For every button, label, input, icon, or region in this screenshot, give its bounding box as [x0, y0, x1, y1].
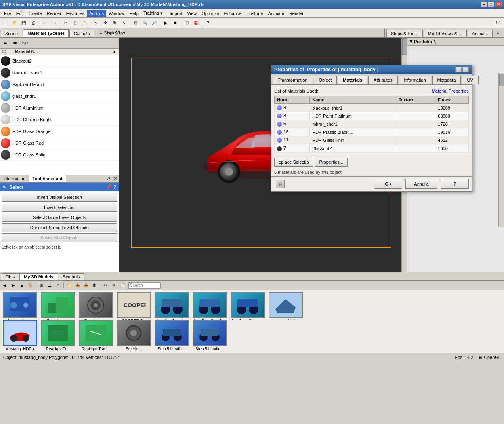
tb-cut[interactable]: ✂ [61, 19, 70, 27]
tab-view-btn[interactable]: View [116, 28, 125, 37]
menu-window[interactable]: Window [106, 10, 127, 17]
file-item[interactable]: COOPER COOPER P... [116, 292, 152, 320]
select-pin[interactable]: 📌 [106, 184, 112, 190]
tb-scale[interactable]: ⤡ [120, 19, 128, 27]
file-item[interactable]: Landing_Gear_... [229, 292, 266, 320]
maximize-button[interactable]: □ [488, 2, 494, 7]
tab-tool-assistant[interactable]: Tool Assistant [29, 175, 66, 182]
file-item[interactable]: Step 5 Landin... [191, 320, 228, 351]
menu-training[interactable]: Training ▾ [141, 10, 165, 17]
portfolio-collapse[interactable]: ▾ [410, 39, 412, 44]
bt-delete[interactable]: 🗑 [90, 282, 99, 289]
tab-display-btn[interactable]: Display [106, 28, 115, 37]
tb-save[interactable]: 💾 [19, 19, 28, 27]
invert-selection-button[interactable]: Invert Selection [2, 203, 117, 212]
tb-rotate[interactable]: ↻ [110, 19, 119, 27]
minimize-button[interactable]: − [481, 2, 487, 7]
tb-select[interactable]: ↖ [92, 19, 101, 27]
tab-symbols[interactable]: Symbols [59, 273, 84, 280]
deselect-same-level-button[interactable]: Deselect Same Level Objects [2, 223, 117, 232]
file-item[interactable]: Mustang_HDR.r [2, 320, 38, 351]
list-item[interactable]: HDR Glass Red [0, 137, 119, 149]
menu-animate[interactable]: Animate [266, 10, 287, 17]
table-row[interactable]: 11 HDR Glass Thin 4512 [275, 136, 469, 144]
table-row[interactable]: 16 HDR Plastic Black ... 19816 [275, 128, 469, 136]
dialog-tab-transformation[interactable]: Transformation [273, 76, 313, 84]
tb-help[interactable]: ? [204, 19, 212, 27]
file-item[interactable]: Landing_Gear2... [191, 292, 228, 320]
tb-undo[interactable]: ↩ [40, 19, 49, 27]
tb-grid[interactable]: ⊞ [183, 19, 191, 27]
tab-files[interactable]: Files [1, 273, 19, 280]
dialog-tab-metadata[interactable]: Metadata [432, 76, 461, 84]
bt-cut[interactable]: ✂ [101, 282, 109, 289]
file-item[interactable]: Bevel gear... [78, 292, 114, 320]
tab-information[interactable]: Information [0, 175, 29, 182]
bt-new-folder[interactable]: 📁 [65, 282, 73, 289]
dialog-help-btn[interactable]: ? [455, 67, 462, 72]
table-row[interactable]: 7 Blackout2 1600 [275, 144, 469, 152]
right-tab-close[interactable]: ✕ [494, 28, 502, 37]
dialog-close-btn[interactable]: ✕ [462, 67, 469, 72]
tab-model-views[interactable]: Model Views & ... [424, 30, 467, 37]
mat-btn-2[interactable]: ⇄ [10, 38, 19, 47]
list-item[interactable]: blackout_shdr1 [0, 67, 119, 79]
tb-print[interactable]: 🖨 [29, 19, 38, 27]
table-row[interactable]: 5 mirror_shdr1 1728 [275, 120, 469, 128]
bt-paste[interactable]: 📋 [118, 282, 126, 289]
tab-anima[interactable]: Anima... [468, 30, 493, 37]
bt-back[interactable]: ◀ [1, 282, 9, 289]
ok-button[interactable]: OK [374, 179, 402, 189]
list-item[interactable]: HDR Chrome Bright [0, 114, 119, 126]
tb-snap[interactable]: 🧲 [192, 19, 201, 27]
tb-zoom-fit[interactable]: ⊞ [131, 19, 140, 27]
bt-details[interactable]: ≡ [54, 282, 62, 289]
tab-scene[interactable]: Scene [1, 30, 22, 37]
menu-enhance[interactable]: Enhance [222, 10, 244, 17]
tab-my-3d-models[interactable]: My 3D Models [19, 273, 58, 280]
bt-up[interactable]: ▲ [18, 282, 26, 289]
replace-selection-button[interactable]: eplace Selectio [274, 158, 313, 167]
menu-import[interactable]: Import [167, 10, 185, 17]
menu-create[interactable]: Create [26, 10, 44, 17]
dialog-tab-object[interactable]: Object [314, 76, 337, 84]
tab-callouts[interactable]: Callouts [69, 30, 94, 37]
close-button[interactable]: ✕ [495, 2, 502, 7]
tb-paste[interactable]: 📋 [80, 19, 89, 27]
scrollbar-materials[interactable] [498, 73, 504, 227]
menu-help[interactable]: Help [127, 10, 141, 17]
properties-button[interactable]: Properties... [315, 158, 348, 167]
tb-open[interactable]: 📂 [10, 19, 19, 27]
bt-small-icons[interactable]: ☰ [46, 282, 54, 289]
select-same-level-button[interactable]: Select Same Level Objects [2, 213, 117, 222]
tab-steps-pro[interactable]: Steps & Pro... [386, 30, 423, 37]
tb-anim[interactable]: ⏺ [171, 19, 180, 27]
dialog-tab-attributes[interactable]: Attributes [368, 76, 397, 84]
menu-optimize[interactable]: Optimize [199, 10, 221, 17]
file-item[interactable]: Step 5 Landin... [153, 320, 190, 351]
menu-illustrate[interactable]: Illustrate [244, 10, 266, 17]
annulla-button[interactable]: Annulla [405, 179, 437, 189]
help-button[interactable]: ? [441, 179, 469, 189]
dialog-tab-materials[interactable]: Materials [338, 76, 368, 84]
file-item[interactable]: Barcelona... [40, 292, 76, 320]
list-item[interactable]: glass_shdr1 [0, 91, 119, 102]
info-panel-float[interactable]: ↗ [105, 175, 112, 182]
dialog-tab-uv[interactable]: UV [462, 76, 478, 84]
menu-edit[interactable]: Edit [14, 10, 26, 17]
file-item[interactable]: Reallight Tran... [78, 320, 114, 351]
bt-forward[interactable]: ▶ [9, 282, 17, 289]
menu-file[interactable]: File [2, 10, 14, 17]
menu-favorites[interactable]: Favorites [64, 10, 87, 17]
file-item[interactable]: Reallight Tr... [40, 320, 76, 351]
bt-home[interactable]: 🏠 [26, 282, 34, 289]
tb-1to1[interactable]: 1:1 [494, 19, 503, 27]
mat-btn-1[interactable]: ⬅ [1, 38, 10, 47]
bt-export[interactable]: 📤 [82, 282, 90, 289]
select-help[interactable]: ? [113, 184, 116, 190]
bt-import[interactable]: 📥 [74, 282, 82, 289]
list-item[interactable]: Blackout2 [0, 55, 119, 67]
tb-move[interactable]: ✥ [101, 19, 110, 27]
file-item[interactable]: Landing Gear I... [153, 292, 190, 320]
list-item[interactable]: Explorer Default [0, 79, 119, 91]
